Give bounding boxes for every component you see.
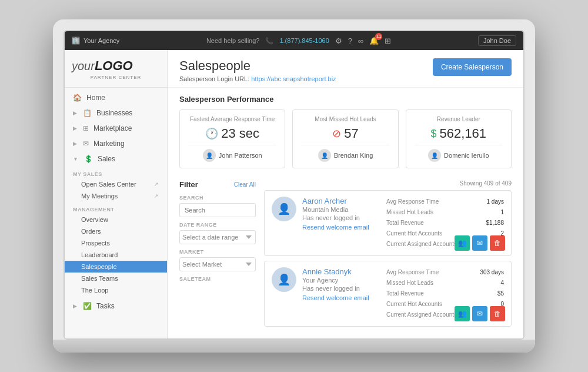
help-icon[interactable]: ? (348, 36, 352, 45)
person-avatar-brendan: 👤 (318, 149, 331, 162)
arrow-icon: ▶ (73, 141, 77, 147)
agency-name: Your Agency (83, 37, 119, 44)
missed-leads-label: Missed Hot Leads (386, 207, 433, 218)
assigned-accounts-label: Current Assigned Accounts (386, 310, 457, 320)
sp-team-button-aaron[interactable]: 👥 (455, 235, 470, 251)
login-url-label: Salesperson Login URL: (179, 75, 249, 82)
user-menu-button[interactable]: John Doe (478, 35, 516, 46)
notification-icon[interactable]: 🔔 11 (369, 36, 379, 45)
tasks-label: Tasks (96, 302, 115, 310)
market-select[interactable]: Select Market (179, 257, 256, 271)
sidebar-item-tasks[interactable]: ▶ ✅ Tasks (65, 298, 167, 314)
login-url-section: Salesperson Login URL: https://abc.snaps… (179, 75, 336, 82)
arrow-icon: ▼ (73, 156, 78, 162)
perf-card-revenue-title: Revenue Leader (415, 116, 503, 122)
salesperson-card-aaron: 👤 Aaron Archer Mountain Media Has never … (264, 190, 512, 256)
avg-response-value-aaron: 1 days (487, 197, 504, 207)
create-salesperson-button[interactable]: Create Salesperson (433, 58, 512, 76)
sp-stats-row: Missed Hot Leads 4 (386, 278, 504, 288)
sidebar-item-marketing[interactable]: ▶ ✉ Marketing (65, 136, 167, 151)
performance-section: Salesperson Performance Fastest Average … (168, 88, 523, 175)
perf-card-hot-leads: Most Missed Hot Leads ⊘ 57 👤 Brendan Kin… (292, 109, 398, 168)
hot-accounts-label: Current Hot Accounts (386, 228, 442, 239)
missed-leads-label: Missed Hot Leads (386, 278, 433, 288)
sp-email-button-aaron[interactable]: ✉ (472, 235, 487, 251)
total-revenue-value-aaron: $1,188 (486, 218, 504, 228)
sp-team-button-annie[interactable]: 👥 (455, 306, 470, 321)
sidebar-item-marketplace[interactable]: ▶ ⊞ Marketplace (65, 121, 167, 136)
logo-your: your (72, 59, 95, 72)
warning-icon: ⊘ (332, 127, 341, 140)
sidebar-item-the-loop[interactable]: The Loop (65, 284, 167, 296)
marketing-icon: ✉ (83, 140, 89, 148)
sp-avatar-annie: 👤 (272, 267, 296, 292)
marketplace-icon: ⊞ (83, 124, 89, 132)
saleteam-filter-label: SALETEAM (179, 276, 256, 282)
perf-card-revenue-value: $ 562,161 (415, 126, 503, 141)
hotleads-person-name: Brendan King (334, 152, 373, 159)
sidebar-marketplace-label: Marketplace (93, 124, 132, 132)
sidebar-item-orders[interactable]: Orders (65, 225, 167, 237)
login-url-link[interactable]: https://abc.snapshotreport.biz (251, 75, 336, 82)
revenue-person-name: Domenic Ierullo (444, 152, 489, 159)
laptop-base (53, 340, 535, 353)
dollar-icon: $ (431, 128, 437, 140)
perf-card-revenue: Revenue Leader $ 562,161 👤 Domenic Ierul… (406, 109, 512, 168)
settings-icon[interactable]: ⚙ (335, 36, 342, 45)
sidebar-item-home[interactable]: 🏠 Home (65, 90, 167, 105)
sidebar-item-leaderboard[interactable]: Leaderboard (65, 249, 167, 261)
the-loop-label: The Loop (81, 287, 108, 294)
sidebar-item-sales[interactable]: ▼ 💲 Sales (65, 151, 167, 167)
arrow-icon: ▶ (73, 110, 77, 116)
filter-header: Filter Clear All (179, 180, 256, 189)
avg-response-label: Avg Response Time (386, 197, 439, 207)
sidebar-item-prospects[interactable]: Prospects (65, 237, 167, 249)
sp-name-annie[interactable]: Annie Stadnyk (302, 267, 380, 276)
external-link-icon: ↗ (154, 193, 159, 199)
sp-resend-annie[interactable]: Resend welcome email (302, 294, 369, 301)
sidebar-item-sales-teams[interactable]: Sales Teams (65, 273, 167, 284)
sp-delete-button-aaron[interactable]: 🗑 (490, 235, 505, 251)
sidebar-item-open-sales-center[interactable]: Open Sales Center ↗ (65, 178, 167, 190)
hot-leads-value: 57 (344, 126, 358, 141)
sp-resend-aaron[interactable]: Resend welcome email (302, 224, 369, 231)
avg-response-value-annie: 303 days (480, 267, 504, 278)
phone-link[interactable]: 1.(877).845-1060 (279, 37, 329, 44)
help-text: Need help selling? (206, 37, 260, 44)
sp-stats-row: Avg Response Time 303 days (386, 267, 504, 278)
overview-label: Overview (81, 216, 108, 223)
filter-panel: Filter Clear All SEARCH DATE RANGE Selec… (179, 180, 256, 331)
prospects-label: Prospects (81, 240, 110, 247)
missed-leads-value-aaron: 1 (500, 207, 504, 218)
revenue-value: 562,161 (440, 126, 487, 141)
date-range-select[interactable]: Select a date range (179, 230, 256, 244)
sidebar-home-label: Home (86, 94, 105, 102)
sidebar-item-businesses[interactable]: ▶ 📋 Businesses (65, 105, 167, 121)
sp-name-aaron[interactable]: Aaron Archer (302, 197, 380, 205)
tasks-icon: ✅ (83, 302, 92, 310)
sp-login-status-aaron: Has never logged in (302, 214, 380, 221)
sidebar-item-my-meetings[interactable]: My Meetings ↗ (65, 190, 167, 202)
top-navigation: 🏢 Your Agency Need help selling? 📞 1.(87… (65, 31, 523, 50)
response-person-name: John Patterson (219, 152, 262, 159)
perf-card-hotleads-person: 👤 Brendan King (301, 145, 389, 162)
user-section: John Doe (478, 35, 516, 46)
sp-email-button-annie[interactable]: ✉ (472, 306, 487, 321)
clear-all-link[interactable]: Clear All (234, 181, 256, 188)
search-input[interactable] (179, 203, 256, 217)
perf-card-response-time: Fastest Average Response Time 🕐 23 sec 👤… (179, 109, 285, 168)
sp-info-annie: Annie Stadnyk Your Agency Has never logg… (302, 267, 380, 320)
sidebar-item-salespeople[interactable]: Salespeople (65, 261, 167, 273)
infinity-icon[interactable]: ∞ (358, 36, 363, 45)
sp-company-annie: Your Agency (302, 277, 380, 284)
sidebar-item-overview[interactable]: Overview (65, 214, 167, 225)
market-filter-label: MARKET (179, 249, 256, 255)
home-icon: 🏠 (73, 94, 82, 102)
orders-label: Orders (81, 228, 101, 235)
sp-delete-button-annie[interactable]: 🗑 (490, 306, 505, 321)
clock-icon: 🕐 (205, 127, 218, 140)
missed-leads-value-annie: 4 (500, 278, 504, 288)
phone-icon: 📞 (265, 37, 273, 45)
grid-icon[interactable]: ⊞ (385, 36, 391, 45)
sp-info-aaron: Aaron Archer Mountain Media Has never lo… (302, 197, 380, 250)
